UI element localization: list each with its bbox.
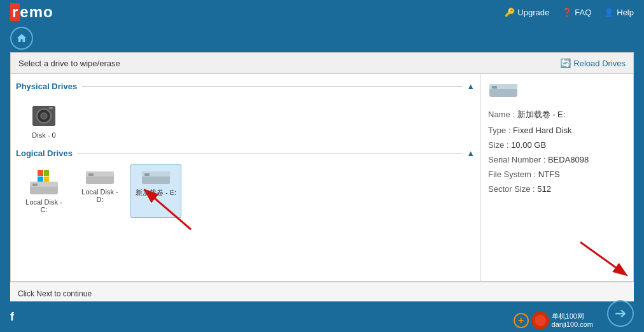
detail-fs-row: File System : NTFS xyxy=(488,170,626,179)
detail-fs-value: NTFS xyxy=(538,170,560,179)
help-label: Help xyxy=(617,8,634,17)
bottom-bar: f + 单机100网 danji100.com ➔ xyxy=(0,301,644,332)
main-title: Select a drive to wipe/erase xyxy=(18,59,120,68)
detail-size-label: Size : xyxy=(488,140,509,150)
next-icon: ➔ xyxy=(615,305,626,322)
user-icon: 👤 xyxy=(604,8,614,17)
logical-drives-label: Logical Drives xyxy=(16,148,73,158)
drive-c-icon-wrapper xyxy=(29,169,59,197)
upgrade-nav-item[interactable]: 🔑 Upgrade xyxy=(505,8,549,17)
detail-size-value: 10.00 GB xyxy=(511,140,546,150)
watermark-line2: danji100.com xyxy=(552,321,593,329)
disk0-icon-wrapper xyxy=(30,102,58,130)
logo: remo xyxy=(10,3,53,21)
detail-serial-row: Serial Number : BEDA8098 xyxy=(488,155,626,164)
brand-circle xyxy=(531,312,549,329)
upgrade-label: Upgrade xyxy=(517,8,549,17)
reload-button[interactable]: 🔄 Reload Drives xyxy=(560,58,626,68)
faq-label: FAQ xyxy=(575,8,591,17)
facebook-icon[interactable]: f xyxy=(10,310,14,324)
detail-sector-row: Sector Size : 512 xyxy=(488,184,626,194)
physical-drives-header: Physical Drives ▲ xyxy=(16,82,475,91)
split-layout: Physical Drives ▲ Disk - 0 xyxy=(11,74,633,281)
drive-disk0[interactable]: Disk - 0 xyxy=(18,97,69,143)
win-icon-q1 xyxy=(38,170,43,176)
svg-rect-15 xyxy=(492,86,497,89)
logo-r: r xyxy=(10,3,20,21)
logo-text: emo xyxy=(20,3,53,21)
reload-label: Reload Drives xyxy=(573,59,626,68)
add-icon[interactable]: + xyxy=(514,313,529,328)
main-header: Select a drive to wipe/erase 🔄 Reload Dr… xyxy=(11,53,633,74)
detail-serial-value: BEDA8098 xyxy=(548,155,589,164)
drive-e-icon-wrapper xyxy=(141,169,171,187)
faq-icon: ❓ xyxy=(562,8,572,17)
detail-serial-label: Serial Number : xyxy=(488,155,545,164)
reload-icon: 🔄 xyxy=(560,58,571,68)
drive-d-label: Local Disk - D: xyxy=(79,188,121,203)
svg-rect-3 xyxy=(49,107,53,109)
home-area xyxy=(0,24,644,52)
drive-c[interactable]: Local Disk - C: xyxy=(18,164,69,218)
right-panel: Name : 新加载卷 - E: Type : Fixed Hard Disk … xyxy=(480,74,633,281)
detail-type-row: Type : Fixed Hard Disk xyxy=(488,126,626,135)
drive-c-usb-icon xyxy=(29,179,59,197)
detail-sector-label: Sector Size : xyxy=(488,184,535,194)
main-panel: Select a drive to wipe/erase 🔄 Reload Dr… xyxy=(10,52,634,282)
detail-name-row: Name : 新加载卷 - E: xyxy=(488,109,626,120)
detail-fs-label: File System : xyxy=(488,170,536,179)
annotation-arrow-2 xyxy=(574,236,633,281)
drive-e[interactable]: 新加载卷 - E: xyxy=(130,164,181,218)
section-divider xyxy=(82,86,463,87)
drive-c-label: Local Disk - C: xyxy=(23,198,65,213)
logical-section-divider xyxy=(78,153,463,154)
svg-rect-12 xyxy=(144,173,150,176)
logical-collapse-icon[interactable]: ▲ xyxy=(466,148,475,158)
home-button[interactable] xyxy=(10,27,33,50)
watermark-line1: 单机100网 xyxy=(552,312,593,321)
left-panel: Physical Drives ▲ Disk - 0 xyxy=(11,74,480,281)
logical-drives-list: Local Disk - C: Local Disk - D: xyxy=(16,162,475,220)
svg-rect-9 xyxy=(88,173,94,176)
logical-drives-header: Logical Drives ▲ xyxy=(16,148,475,158)
hdd-icon xyxy=(30,102,58,130)
footer-text: Click Next to continue xyxy=(18,289,92,298)
svg-rect-6 xyxy=(32,184,38,186)
detail-drive-icon xyxy=(488,82,519,99)
app-header: remo 🔑 Upgrade ❓ FAQ 👤 Help xyxy=(0,0,644,24)
drive-d[interactable]: Local Disk - D: xyxy=(74,164,125,218)
drive-e-icon xyxy=(141,169,171,187)
faq-nav-item[interactable]: ❓ FAQ xyxy=(562,8,591,17)
home-icon xyxy=(16,32,27,44)
detail-type-value: Fixed Hard Disk xyxy=(513,126,571,135)
drive-d-icon xyxy=(85,169,115,187)
detail-name-label: Name : xyxy=(488,110,515,119)
detail-name-value: 新加载卷 - E: xyxy=(517,110,566,119)
win-icon-q2 xyxy=(44,170,50,176)
disk0-label: Disk - 0 xyxy=(32,131,55,139)
drive-d-icon-wrapper xyxy=(85,169,115,187)
detail-sector-value: 512 xyxy=(537,184,551,194)
watermark-text: 单机100网 danji100.com xyxy=(552,312,593,329)
svg-point-2 xyxy=(41,113,47,119)
drive-e-label: 新加载卷 - E: xyxy=(136,188,176,198)
key-icon: 🔑 xyxy=(505,8,515,17)
physical-drives-label: Physical Drives xyxy=(16,82,77,91)
detail-size-row: Size : 10.00 GB xyxy=(488,140,626,150)
next-button[interactable]: ➔ xyxy=(607,300,634,327)
header-nav: 🔑 Upgrade ❓ FAQ 👤 Help xyxy=(505,8,634,17)
help-nav-item[interactable]: 👤 Help xyxy=(604,8,634,17)
detail-type-label: Type : xyxy=(488,126,510,135)
physical-drives-list: Disk - 0 xyxy=(16,95,475,146)
physical-collapse-icon[interactable]: ▲ xyxy=(466,82,475,91)
